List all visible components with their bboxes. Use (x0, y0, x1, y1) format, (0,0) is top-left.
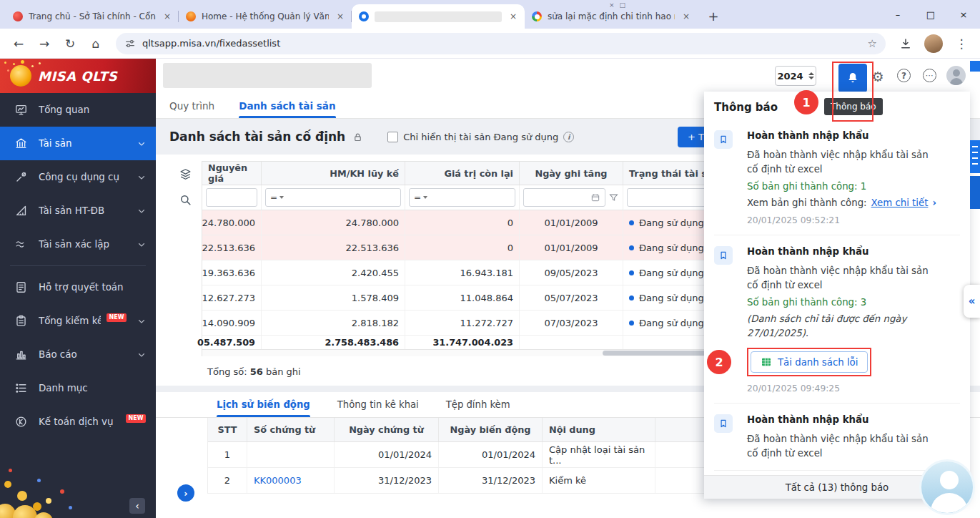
user-avatar[interactable] (946, 66, 966, 85)
download-error-list-button[interactable]: Tải danh sách lỗi (751, 351, 868, 373)
tab-close-icon[interactable]: × (680, 11, 692, 22)
tab-danh-sach-tai-san[interactable]: Danh sách tài sản (239, 93, 335, 118)
table-row[interactable]: 22.513.636 22.513.636 0 01/01/2009 Đang … (202, 235, 787, 260)
calendar-icon (590, 192, 600, 202)
downloads-icon[interactable] (894, 32, 917, 55)
filter-input[interactable]: = (265, 188, 401, 207)
support-chat-avatar[interactable] (919, 459, 975, 515)
column-header[interactable]: STT (208, 418, 247, 441)
edge-widget[interactable] (970, 61, 980, 72)
edge-widget[interactable] (970, 140, 980, 173)
tab-favicon (186, 11, 196, 21)
waves-icon (14, 238, 28, 251)
forward-button[interactable]: → (33, 32, 56, 55)
filter-input[interactable]: = (409, 188, 515, 207)
edge-widget[interactable] (970, 176, 980, 209)
window-maximize-button[interactable]: □ (914, 0, 947, 29)
sidebar-item-tong-quan[interactable]: Tổng quan (0, 93, 156, 127)
tab-close-icon[interactable]: × (162, 11, 173, 22)
url-bar[interactable]: qltsapp.misa.vn/fixedassetlist ☆ (116, 33, 886, 54)
operator-dropdown[interactable]: = (414, 192, 427, 202)
notification-item[interactable]: Hoàn thành nhập khẩu Đã hoàn thành việc … (714, 119, 960, 235)
new-badge: NEW (107, 313, 127, 322)
site-settings-icon[interactable] (124, 38, 136, 49)
filter-funnel-icon[interactable] (608, 192, 619, 203)
in-use-filter-checkbox[interactable]: Chỉ hiển thị tài sản Đang sử dụng i (387, 132, 574, 142)
sidebar-item-ke-toan-dich-vu[interactable]: Kế toán dịch vụ NEW (0, 405, 156, 439)
sidebar-item-tai-san[interactable]: Tài sản (0, 127, 156, 160)
tab-quy-trinh[interactable]: Quy trình (169, 93, 214, 118)
browser-tab-2[interactable]: Home - Hệ thống Quản lý Văn ... × (179, 4, 352, 29)
view-details-link[interactable]: Xem chi tiết (871, 197, 929, 208)
column-header[interactable]: HM/KH lũy kế (262, 162, 405, 185)
search-icon[interactable] (179, 193, 192, 207)
sidebar-item-label: Tài sản (39, 138, 127, 149)
app-logo[interactable]: MISA QLTS (0, 59, 156, 93)
panel-expander-button[interactable]: « (964, 285, 980, 318)
sidebar-item-label: Tổng quan (39, 104, 146, 115)
status-dot (629, 245, 634, 250)
expand-panel-button[interactable]: › (177, 484, 194, 502)
sidebar-item-bao-cao[interactable]: Báo cáo (0, 338, 156, 371)
overview-icon (14, 103, 28, 117)
reload-button[interactable]: ↻ (59, 32, 81, 55)
notification-item[interactable]: Hoàn thành nhập khẩu Đã hoàn thành việc … (714, 235, 960, 404)
notification-title: Hoàn thành nhập khẩu (747, 246, 941, 257)
tab-close-icon[interactable]: × (335, 11, 346, 22)
date-filter-input[interactable] (523, 188, 605, 207)
year-selector[interactable]: 2024 (775, 66, 816, 86)
table-row[interactable]: 24.780.000 24.780.000 0 01/01/2009 Đang … (202, 210, 787, 235)
column-header[interactable]: Ngày ghi tăng (520, 162, 623, 185)
column-header[interactable]: Số chứng từ (247, 418, 335, 441)
help-icon[interactable]: ? (897, 69, 911, 82)
sidebar-collapse-button[interactable]: ‹ (129, 498, 145, 514)
notification-bell-button[interactable] (838, 64, 867, 92)
sidebar-item-label: Tài sản HT-ĐB (39, 205, 127, 216)
sidebar-item-tai-san-xac-lap[interactable]: Tài sản xác lập (0, 228, 156, 261)
layers-icon[interactable] (179, 167, 192, 181)
table-row[interactable]: 12.627.273 1.578.409 11.048.864 05/07/20… (202, 285, 787, 311)
settings-gear-icon[interactable]: ⚙ (870, 69, 886, 84)
lock-icon (352, 132, 363, 142)
new-tab-button[interactable]: + (703, 6, 723, 26)
sidebar: Tổng quan Tài sản Công cụ dụng cụ Tài sả… (0, 93, 156, 518)
table-total-row: 05.487.509 2.758.483.486 31.747.004.023 (202, 336, 787, 350)
browser-tab-1[interactable]: Trang chủ - Sở Tài chính - Cổng... × (6, 4, 179, 29)
browser-profile-avatar[interactable] (924, 34, 943, 53)
table-row[interactable]: 19.363.636 2.420.455 16.943.181 09/05/20… (202, 260, 787, 285)
sidebar-item-cong-cu-dung-cu[interactable]: Công cụ dụng cụ (0, 160, 156, 194)
tab-lich-su-bien-dong[interactable]: Lịch sử biến động (217, 392, 310, 417)
column-header[interactable]: Giá trị còn lại (405, 162, 520, 185)
app-header: MISA QLTS 2024 ⚙ ? ⋯ (0, 59, 980, 93)
sidebar-item-ho-tro-quyet-toan[interactable]: Hỗ trợ quyết toán (0, 270, 156, 304)
tab-close-icon[interactable]: × (508, 11, 519, 22)
table-row[interactable]: 14.090.909 2.818.182 11.272.727 07/03/20… (202, 311, 787, 336)
filter-input[interactable] (206, 188, 257, 207)
window-close-button[interactable]: × (947, 0, 980, 29)
bookmark-icon (714, 246, 733, 265)
column-header[interactable]: Ngày biến động (439, 418, 543, 441)
document-number-link[interactable]: KK000003 (254, 475, 302, 486)
sidebar-item-tong-kiem-ke[interactable]: Tổng kiểm kê NEW (0, 304, 156, 338)
column-header[interactable]: Nội dung (543, 418, 655, 441)
browser-tab-3-active[interactable]: × (352, 4, 525, 29)
sidebar-item-tai-san-ht-db[interactable]: Tài sản HT-ĐB (0, 194, 156, 228)
bookmark-star-icon[interactable]: ☆ (868, 37, 877, 50)
tab-tep-dinh-kem[interactable]: Tệp đính kèm (446, 392, 510, 417)
window-minimize-button[interactable]: – (881, 0, 914, 29)
checkbox[interactable] (387, 132, 398, 142)
status-dot (629, 295, 634, 300)
tab-thong-tin-ke-khai[interactable]: Thông tin kê khai (337, 392, 419, 417)
horizontal-scrollbar[interactable] (202, 350, 787, 356)
info-icon[interactable]: i (563, 132, 574, 142)
bookmark-icon (714, 130, 733, 149)
notification-item[interactable]: Hoàn thành nhập khẩu Đã hoàn thành việc … (714, 404, 960, 471)
column-header[interactable]: Nguyên giá (202, 162, 262, 185)
home-button[interactable]: ⌂ (84, 32, 107, 55)
column-header[interactable]: Ngày chứng từ (335, 418, 439, 441)
more-options-icon[interactable]: ⋯ (923, 69, 936, 82)
browser-menu-icon[interactable]: ⋮ (950, 32, 973, 55)
operator-dropdown[interactable]: = (270, 192, 284, 202)
back-button[interactable]: ← (7, 32, 30, 55)
sidebar-item-danh-muc[interactable]: Danh mục (0, 371, 156, 405)
